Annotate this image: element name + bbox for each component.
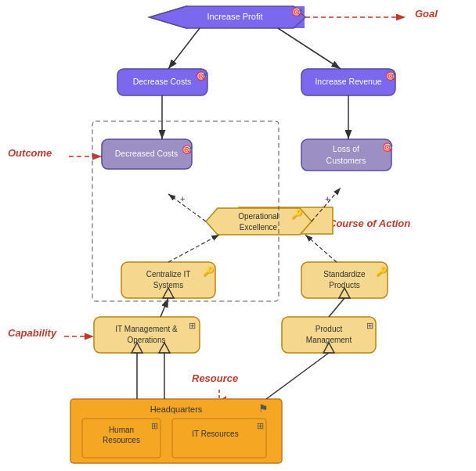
standardize-products-icon: 🔑 [376, 265, 388, 277]
centralize-it-label1: Centralize IT [146, 270, 191, 279]
oe-icon: 🔑 [291, 208, 303, 220]
plus-label-right: + [325, 194, 330, 203]
oe-label1: Operational [238, 212, 279, 221]
capability-label: Capability [8, 327, 57, 339]
it-management-label1: IT Management & [115, 325, 178, 333]
standardize-products-box [301, 262, 388, 298]
it-resources-icon: ⊞ [257, 421, 264, 430]
product-management-label1: Product [316, 325, 343, 333]
increase-revenue-icon: 🎯 [385, 70, 396, 81]
it-resources-box [172, 419, 266, 458]
centralize-it-box [121, 262, 215, 298]
increase-profit-icon: 🎯 [291, 6, 302, 17]
increase-profit-label: Increase Profit [207, 12, 263, 21]
arrow-profit-to-increase-revenue [278, 28, 341, 69]
arrow-standardize-to-oe [305, 235, 337, 262]
human-resources-label2: Resources [103, 436, 140, 444]
arrow-hq-to-pm [266, 353, 329, 399]
it-management-icon: ⊞ [189, 321, 196, 330]
increase-revenue-label: Increase Revenue [315, 77, 381, 86]
headquarters-label: Headquarters [150, 404, 203, 414]
coa-label: Course of Action [329, 218, 410, 229]
arrow-profit-to-decrease-costs [168, 28, 200, 69]
oe-label2: Excellence [240, 223, 278, 232]
arrow-pm-to-standardize-line [329, 298, 344, 317]
loss-customers-icon: 🎯 [382, 142, 393, 153]
plus-label-left: + [180, 194, 185, 203]
decreased-costs-label: Decreased Costs [115, 149, 178, 158]
human-resources-label1: Human [109, 426, 134, 434]
outcome-label: Outcome [8, 147, 52, 159]
headquarters-icon: ⚑ [258, 402, 269, 415]
decrease-costs-label: Decrease Costs [133, 77, 192, 86]
decrease-costs-icon: 🎯 [196, 70, 207, 81]
arrow-centralize-to-oe [168, 235, 219, 262]
loss-customers-label1: Loss of [333, 144, 359, 153]
it-resources-label: IT Resources [192, 430, 238, 438]
it-management-box [94, 317, 200, 353]
product-management-icon: ⊞ [366, 321, 373, 330]
arrow-oe-to-decreased [168, 194, 206, 221]
human-resources-icon: ⊞ [151, 421, 158, 430]
loss-customers-label2: Customers [326, 156, 366, 165]
it-management-label2: Operations [128, 336, 166, 344]
centralize-it-icon: 🔑 [203, 265, 215, 277]
decreased-costs-icon: 🎯 [182, 144, 193, 155]
standardize-products-label1: Standardize [323, 270, 366, 279]
goal-label: Goal [415, 8, 438, 20]
resource-label: Resource [192, 372, 238, 384]
product-management-box [282, 317, 376, 353]
